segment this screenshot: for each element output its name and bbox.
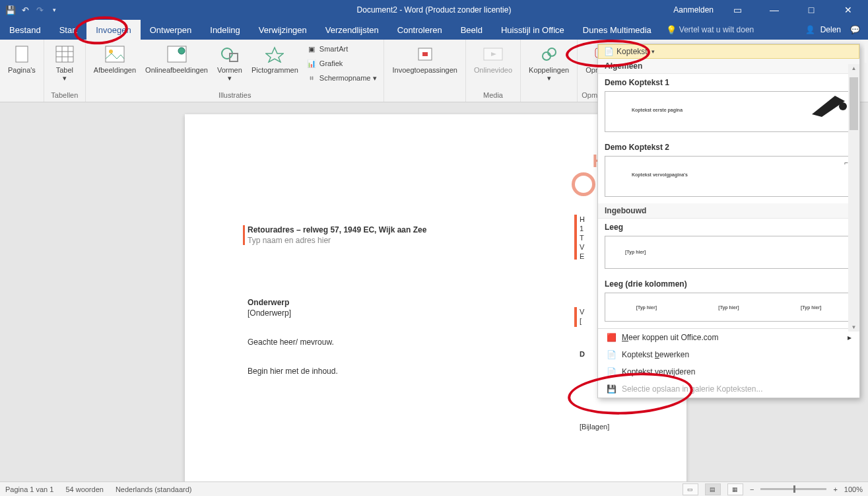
onlinevideo-button[interactable]: Onlinevideo — [470, 42, 516, 75]
ribbon-display-options-icon[interactable]: ▭ — [724, 5, 751, 15]
gallery-leeg-title: Leeg — [598, 219, 859, 233]
tab-verwijzingen[interactable]: Verwijzingen — [250, 20, 316, 40]
group-tabellen: Tabellen — [48, 90, 81, 100]
tab-indeling[interactable]: Indeling — [201, 20, 250, 40]
zoom-slider[interactable] — [760, 488, 826, 490]
salutation[interactable]: Geachte heer/ mevrouw. — [248, 337, 334, 347]
chevron-right-icon: ▸ — [848, 333, 851, 342]
vormen-button[interactable]: Vormen▾ — [213, 42, 246, 83]
koppelingen-button[interactable]: Koppelingen▾ — [525, 42, 573, 83]
gallery-scrollbar[interactable]: ▲ ▼ — [848, 64, 859, 332]
office-icon: 🟥 — [606, 332, 617, 343]
accent-bar — [243, 225, 245, 245]
links-icon — [539, 44, 560, 65]
svg-point-9 — [178, 48, 185, 54]
gallery-leeg3-title: Leeg (drie kolommen) — [598, 275, 859, 290]
pictogrammen-button[interactable]: Pictogrammen — [248, 42, 302, 75]
onlineafbeeldingen-button[interactable]: Onlineafbeeldingen — [141, 42, 212, 75]
save-icon[interactable]: 💾 — [5, 5, 16, 15]
tab-bestand[interactable]: Bestand — [0, 20, 50, 40]
minimize-icon[interactable]: — — [761, 5, 787, 15]
video-icon — [483, 44, 504, 65]
language-indicator[interactable]: Nederlands (standaard) — [116, 485, 192, 493]
lightbulb-icon: 💡 — [666, 25, 677, 35]
status-bar: Pagina 1 van 1 54 woorden Nederlands (st… — [0, 481, 868, 496]
person-icon: 👤 — [805, 25, 815, 34]
maximize-icon[interactable]: □ — [798, 5, 824, 15]
gallery-demo1-title: Demo Koptekst 1 — [598, 74, 859, 89]
tell-me-label: Vertel wat u wilt doen — [679, 25, 754, 34]
read-mode-button[interactable]: ▭ — [683, 483, 698, 495]
gallery-leeg3[interactable]: [Typ hier] [Typ hier] [Typ hier] — [605, 293, 853, 322]
tabel-button[interactable]: Tabel▾ — [48, 42, 81, 83]
smartart-icon: ▣ — [306, 44, 317, 54]
zoom-out-button[interactable]: − — [750, 485, 754, 493]
smartart-button[interactable]: ▣SmartArt — [304, 42, 380, 55]
print-layout-button[interactable]: ▤ — [705, 483, 721, 495]
tab-start[interactable]: Start — [50, 20, 86, 40]
koptekst-button[interactable]: 📄 Koptekst ▾ — [598, 44, 859, 59]
svg-point-17 — [548, 48, 556, 56]
gallery-demo1[interactable]: Koptekst eerste pagina — [605, 91, 853, 132]
koptekst-footer: 🟥 Meer koppen uit Office.com ▸ 📄 Kopteks… — [598, 328, 859, 398]
customize-qat-icon[interactable]: ▾ — [49, 5, 59, 15]
tab-invoegen[interactable]: Invoegen — [86, 20, 141, 40]
undo-icon[interactable]: ↶ — [20, 5, 30, 15]
tab-huisstijl[interactable]: Huisstijl in Office — [492, 20, 574, 40]
tab-beeld[interactable]: Beeld — [451, 20, 492, 40]
paginas-button[interactable]: Pagina's — [4, 42, 40, 75]
gallery-demo2[interactable]: Koptekst vervolgpagina's ⌐ — [605, 156, 853, 197]
comments-icon[interactable]: 💬 — [850, 25, 860, 34]
group-illustraties: Illustraties — [90, 90, 380, 100]
gallery-leeg[interactable]: [Typ hier] — [605, 236, 853, 269]
afbeeldingen-button[interactable]: Afbeeldingen — [90, 42, 140, 75]
logo-circle-icon — [572, 172, 595, 196]
page-icon — [11, 44, 32, 65]
redo-icon[interactable]: ↷ — [34, 5, 45, 15]
icons-icon — [264, 44, 285, 65]
body-start[interactable]: Begin hier met de inhoud. — [248, 367, 338, 376]
bijlagen-placeholder: [Bijlagen] — [580, 423, 609, 431]
tab-verzendlijsten[interactable]: Verzendlijsten — [316, 20, 388, 40]
scroll-thumb[interactable] — [850, 77, 858, 130]
tab-ontwerpen[interactable]: Ontwerpen — [141, 20, 201, 40]
svg-rect-1 — [56, 46, 73, 62]
edit-header-icon: 📄 — [606, 349, 617, 360]
koptekst-gallery[interactable]: Algemeen Demo Koptekst 1 Koptekst eerste… — [598, 59, 859, 328]
grafiek-button[interactable]: 📊Grafiek — [304, 57, 380, 70]
share-button[interactable]: 👤 Delen — [805, 25, 841, 34]
more-from-office-button[interactable]: 🟥 Meer koppen uit Office.com ▸ — [598, 329, 859, 346]
name-address-placeholder[interactable]: Typ naam en adres hier — [248, 236, 331, 245]
svg-point-16 — [543, 52, 551, 60]
chevron-down-icon: ▾ — [651, 48, 655, 55]
gallery-demo2-title: Demo Koptekst 2 — [598, 139, 859, 153]
section-algemeen: Algemeen — [598, 59, 859, 74]
share-label: Delen — [820, 25, 841, 34]
tell-me-search[interactable]: 💡 Vertel wat u wilt doen — [666, 20, 754, 40]
save-selection-button: 💾 Selectie opslaan in galerie Kopteksten… — [598, 380, 859, 398]
zoom-in-button[interactable]: + — [833, 485, 837, 493]
svg-point-7 — [109, 50, 113, 53]
tab-controleren[interactable]: Controleren — [388, 20, 451, 40]
svg-rect-0 — [16, 46, 28, 62]
ribbon-tabs: Bestand Start Invoegen Ontwerpen Indelin… — [0, 20, 868, 40]
edit-header-button[interactable]: 📄 Koptekst bewerken — [598, 346, 859, 363]
remove-header-button[interactable]: 📄 Koptekst verwijderen — [598, 363, 859, 380]
tab-dunes[interactable]: Dunes Multimedia — [574, 20, 661, 40]
brush-icon — [809, 94, 848, 118]
schermopname-button[interactable]: ⌗Schermopname ▾ — [304, 71, 380, 85]
close-icon[interactable]: ✕ — [835, 5, 861, 15]
svg-rect-13 — [422, 52, 428, 56]
subject-label: Onderwerp — [248, 298, 289, 307]
word-count[interactable]: 54 woorden — [65, 485, 104, 493]
quick-access-toolbar: 💾 ↶ ↷ ▾ — [0, 5, 65, 15]
table-icon — [54, 44, 75, 65]
page-indicator[interactable]: Pagina 1 van 1 — [5, 485, 53, 493]
zoom-level[interactable]: 100% — [844, 485, 863, 493]
invoegtoepassingen-button[interactable]: Invoegtoepassingen — [388, 42, 461, 75]
koptekst-dropdown: 📄 Koptekst ▾ A ▤▾ ✎▾ Ω Algemeen Demo Kop… — [597, 44, 860, 398]
signin-link[interactable]: Aanmelden — [673, 5, 714, 15]
web-layout-button[interactable]: ▦ — [727, 483, 743, 495]
subject-placeholder[interactable]: [Onderwerp] — [248, 308, 291, 318]
return-address: Retouradres – relweg 57, 1949 EC, Wijk a… — [248, 225, 426, 234]
